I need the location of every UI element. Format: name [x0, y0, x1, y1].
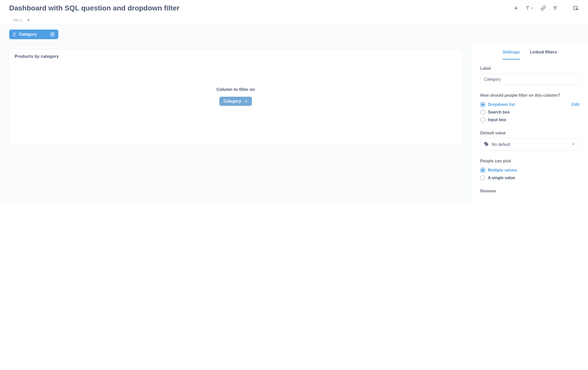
- radio-icon: [480, 175, 485, 180]
- radio-icon: [480, 102, 485, 107]
- question-card-title: Products by category: [15, 54, 457, 59]
- filter-bar: Category: [0, 25, 588, 44]
- section-label-label: Label: [480, 66, 579, 71]
- divider: [565, 5, 566, 11]
- add-text-button[interactable]: [525, 6, 534, 11]
- text-icon: [525, 6, 530, 11]
- column-pill-label: Category: [223, 99, 241, 104]
- label-input[interactable]: [480, 74, 579, 85]
- section-label-default-value: Default value: [480, 131, 579, 135]
- remove-button[interactable]: Remove: [480, 189, 579, 193]
- header-actions: [513, 5, 579, 11]
- svg-point-14: [14, 34, 15, 35]
- tag-icon: [484, 142, 489, 147]
- radio-label: Search box: [488, 110, 510, 115]
- radio-multiple-values[interactable]: Multiple values: [480, 166, 579, 174]
- svg-point-19: [52, 34, 53, 35]
- default-value-text: No default: [492, 142, 510, 147]
- sidebar-tabs: Settings Linked filters: [472, 44, 588, 60]
- svg-point-17: [14, 35, 15, 36]
- tab-settings[interactable]: Settings: [503, 50, 520, 59]
- chevron-down-icon: [571, 142, 576, 147]
- radio-icon: [480, 168, 485, 173]
- settings-sidebar: Settings Linked filters Label How should…: [471, 44, 588, 204]
- chevron-down-icon: [531, 7, 534, 10]
- people-can-pick-radio-group: Multiple values A single value: [480, 166, 579, 182]
- default-value-select[interactable]: No default: [480, 138, 579, 151]
- close-icon[interactable]: [244, 99, 248, 103]
- radio-dropdown-list[interactable]: Dropdown list Edit: [480, 101, 579, 108]
- edit-dropdown-list[interactable]: Edit: [572, 102, 579, 107]
- radio-label: Input box: [488, 118, 506, 122]
- section-label-filter-method: How should people filter on this column?: [480, 93, 579, 98]
- click-behavior-button[interactable]: [573, 5, 579, 11]
- column-pill-category[interactable]: Category: [219, 97, 252, 106]
- radio-icon: [480, 110, 485, 115]
- svg-point-11: [14, 33, 15, 34]
- radio-search-box[interactable]: Search box: [480, 108, 579, 116]
- column-to-filter: Column to filter on Category: [15, 87, 457, 134]
- filter-chip-category[interactable]: Category: [9, 30, 58, 39]
- filter-button[interactable]: [553, 6, 558, 11]
- filter-method-radio-group: Dropdown list Edit Search box Input box: [480, 101, 579, 124]
- tab-linked-filters[interactable]: Linked filters: [530, 50, 557, 59]
- add-tab-button[interactable]: [27, 18, 30, 22]
- canvas: Products by category Column to filter on…: [0, 44, 471, 204]
- radio-input-box[interactable]: Input box: [480, 116, 579, 124]
- sidebar-body: Label How should people filter on this c…: [472, 60, 588, 196]
- svg-point-12: [15, 33, 16, 34]
- radio-icon: [480, 117, 485, 122]
- filter-chip-label: Category: [19, 32, 37, 37]
- tabs-row: Tab 1: [0, 12, 588, 25]
- radio-label: Dropdown list: [488, 102, 515, 107]
- section-label-people-can-pick: People can pick: [480, 159, 579, 163]
- question-card: Products by category Column to filter on…: [9, 49, 462, 144]
- radio-single-value[interactable]: A single value: [480, 174, 579, 182]
- gear-icon[interactable]: [50, 32, 55, 37]
- drag-handle-icon[interactable]: [13, 33, 16, 36]
- column-to-filter-label: Column to filter on: [15, 87, 457, 92]
- radio-label: A single value: [488, 176, 515, 180]
- svg-point-13: [13, 34, 14, 35]
- main: Products by category Column to filter on…: [0, 44, 588, 204]
- add-button[interactable]: [513, 6, 518, 11]
- tab-1[interactable]: Tab 1: [13, 18, 22, 22]
- svg-point-10: [13, 33, 14, 34]
- svg-point-18: [15, 35, 16, 36]
- page-title: Dashboard with SQL question and dropdown…: [9, 4, 179, 12]
- svg-point-16: [13, 35, 14, 36]
- header: Dashboard with SQL question and dropdown…: [0, 0, 588, 12]
- radio-label: Multiple values: [488, 168, 517, 173]
- add-link-button[interactable]: [540, 5, 546, 11]
- svg-point-15: [15, 34, 16, 35]
